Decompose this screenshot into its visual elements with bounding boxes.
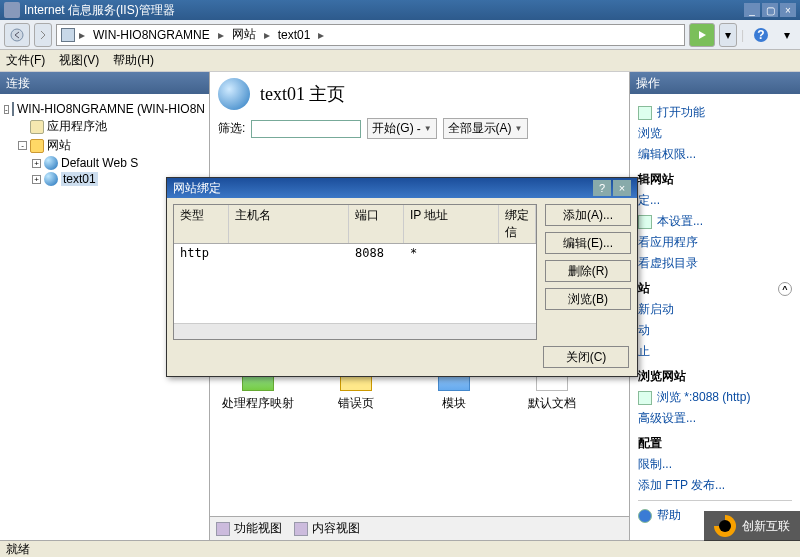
close-button[interactable]: × xyxy=(780,3,796,17)
refresh-button[interactable] xyxy=(689,23,715,47)
menu-help[interactable]: 帮助(H) xyxy=(113,52,154,69)
listview-scrollbar[interactable] xyxy=(174,323,536,339)
section-manage-site: 站^ xyxy=(638,280,792,297)
action-edit-permissions[interactable]: 编辑权限... xyxy=(638,146,792,163)
action-browse[interactable]: 浏览 xyxy=(638,125,792,142)
action-open-features[interactable]: 打开功能 xyxy=(638,104,792,121)
chevron-right-icon: ▸ xyxy=(264,28,270,42)
help-dropdown[interactable]: ▾ xyxy=(778,23,796,47)
col-ip[interactable]: IP 地址 xyxy=(404,205,499,243)
tab-content-view[interactable]: 内容视图 xyxy=(294,520,360,537)
tree-app-pools[interactable]: 应用程序池 xyxy=(18,118,205,135)
dialog-titlebar: 网站绑定 ? × xyxy=(167,178,637,198)
bindings-listview[interactable]: 类型 主机名 端口 IP 地址 绑定信 http 8088 * xyxy=(173,204,537,340)
site-icon xyxy=(218,78,250,110)
settings-icon xyxy=(638,215,652,229)
menu-file[interactable]: 文件(F) xyxy=(6,52,45,69)
add-button[interactable]: 添加(A)... xyxy=(545,204,631,226)
features-view-icon xyxy=(216,522,230,536)
connections-header: 连接 xyxy=(0,72,209,94)
chevron-right-icon: ▸ xyxy=(79,28,85,42)
action-restart[interactable]: 新启动 xyxy=(638,301,792,318)
browse-button[interactable]: 浏览(B) xyxy=(545,288,631,310)
filter-row: 筛选: 开始(G) - ▼ 全部显示(A)▼ xyxy=(218,118,621,139)
watermark-logo-icon xyxy=(714,515,736,537)
folder-icon xyxy=(30,139,44,153)
status-text: 就绪 xyxy=(6,541,30,558)
svg-text:?: ? xyxy=(757,28,764,42)
action-advanced[interactable]: 高级设置... xyxy=(638,410,792,427)
action-bindings[interactable]: 定... xyxy=(638,192,792,209)
watermark-text: 创新互联 xyxy=(742,518,790,535)
col-host[interactable]: 主机名 xyxy=(229,205,349,243)
tree-site-default[interactable]: +Default Web S xyxy=(32,156,205,170)
window-titlebar: Internet 信息服务(IIS)管理器 _ ▢ × xyxy=(0,0,800,20)
breadcrumb-seg-sites[interactable]: 网站 xyxy=(228,26,260,43)
breadcrumb[interactable]: ▸ WIN-HIO8NGRAMNE ▸ 网站 ▸ text01 ▸ xyxy=(56,24,685,46)
page-title: text01 主页 xyxy=(260,82,346,106)
delete-button[interactable]: 删除(R) xyxy=(545,260,631,282)
refresh-dropdown[interactable]: ▾ xyxy=(719,23,737,47)
app-icon xyxy=(4,2,20,18)
action-view-vdirs[interactable]: 看虚拟目录 xyxy=(638,255,792,272)
section-browse-site: 浏览网站 xyxy=(638,368,792,385)
listview-header: 类型 主机名 端口 IP 地址 绑定信 xyxy=(174,205,536,244)
col-port[interactable]: 端口 xyxy=(349,205,404,243)
site-bindings-dialog: 网站绑定 ? × 类型 主机名 端口 IP 地址 绑定信 http 8088 *… xyxy=(166,177,638,377)
address-bar: ▸ WIN-HIO8NGRAMNE ▸ 网站 ▸ text01 ▸ ▾ | ? … xyxy=(0,20,800,50)
globe-icon xyxy=(44,172,58,186)
help-button[interactable]: ? xyxy=(748,23,774,47)
minimize-button[interactable]: _ xyxy=(744,3,760,17)
section-edit-site: 辑网站 xyxy=(638,171,792,188)
col-bind[interactable]: 绑定信 xyxy=(499,205,536,243)
filter-label: 筛选: xyxy=(218,120,245,137)
window-buttons: _ ▢ × xyxy=(744,3,796,17)
col-type[interactable]: 类型 xyxy=(174,205,229,243)
action-add-ftp[interactable]: 添加 FTP 发布... xyxy=(638,477,792,494)
actions-list: 打开功能 浏览 编辑权限... 辑网站 定... 本设置... 看应用程序 看虚… xyxy=(630,94,800,540)
start-dropdown[interactable]: 开始(G) - ▼ xyxy=(367,118,436,139)
dialog-close-button[interactable]: × xyxy=(613,180,631,196)
section-configure: 配置 xyxy=(638,435,792,452)
server-icon xyxy=(12,102,14,116)
action-limits[interactable]: 限制... xyxy=(638,456,792,473)
action-basic-settings[interactable]: 本设置... xyxy=(638,213,792,230)
maximize-button[interactable]: ▢ xyxy=(762,3,778,17)
collapse-icon[interactable]: ^ xyxy=(778,282,792,296)
breadcrumb-seg-site[interactable]: text01 xyxy=(274,28,315,42)
dialog-title: 网站绑定 xyxy=(173,180,221,197)
window-title: Internet 信息服务(IIS)管理器 xyxy=(24,2,744,19)
action-browse-8088[interactable]: 浏览 *:8088 (http) xyxy=(638,389,792,406)
dialog-help-button[interactable]: ? xyxy=(593,180,611,196)
action-stop[interactable]: 止 xyxy=(638,343,792,360)
actions-panel: 操作 打开功能 浏览 编辑权限... 辑网站 定... 本设置... 看应用程序… xyxy=(630,72,800,540)
breadcrumb-seg-server[interactable]: WIN-HIO8NGRAMNE xyxy=(89,28,214,42)
svg-point-0 xyxy=(11,29,23,41)
action-view-apps[interactable]: 看应用程序 xyxy=(638,234,792,251)
showall-dropdown[interactable]: 全部显示(A)▼ xyxy=(443,118,528,139)
binding-row[interactable]: http 8088 * xyxy=(174,244,536,262)
watermark: 创新互联 xyxy=(704,511,800,541)
edit-button[interactable]: 编辑(E)... xyxy=(545,232,631,254)
tab-features-view[interactable]: 功能视图 xyxy=(216,520,282,537)
open-icon xyxy=(638,106,652,120)
tree-sites[interactable]: -网站 xyxy=(18,137,205,154)
content-view-icon xyxy=(294,522,308,536)
tree-server[interactable]: -WIN-HIO8NGRAMNE (WIN-HIO8N xyxy=(4,102,205,116)
menu-view[interactable]: 视图(V) xyxy=(59,52,99,69)
actions-header: 操作 xyxy=(630,72,800,94)
filter-input[interactable] xyxy=(251,120,361,138)
browse-icon xyxy=(638,391,652,405)
chevron-right-icon: ▸ xyxy=(218,28,224,42)
nav-forward-button[interactable] xyxy=(34,23,52,47)
view-tabs: 功能视图 内容视图 xyxy=(210,516,629,540)
globe-icon xyxy=(44,156,58,170)
nav-back-button[interactable] xyxy=(4,23,30,47)
dialog-side-buttons: 添加(A)... 编辑(E)... 删除(R) 浏览(B) xyxy=(545,204,631,340)
help-icon xyxy=(638,509,652,523)
action-start[interactable]: 动 xyxy=(638,322,792,339)
close-dialog-button[interactable]: 关闭(C) xyxy=(543,346,629,368)
status-bar: 就绪 xyxy=(0,540,800,557)
chevron-right-icon: ▸ xyxy=(318,28,324,42)
server-icon xyxy=(61,28,75,42)
